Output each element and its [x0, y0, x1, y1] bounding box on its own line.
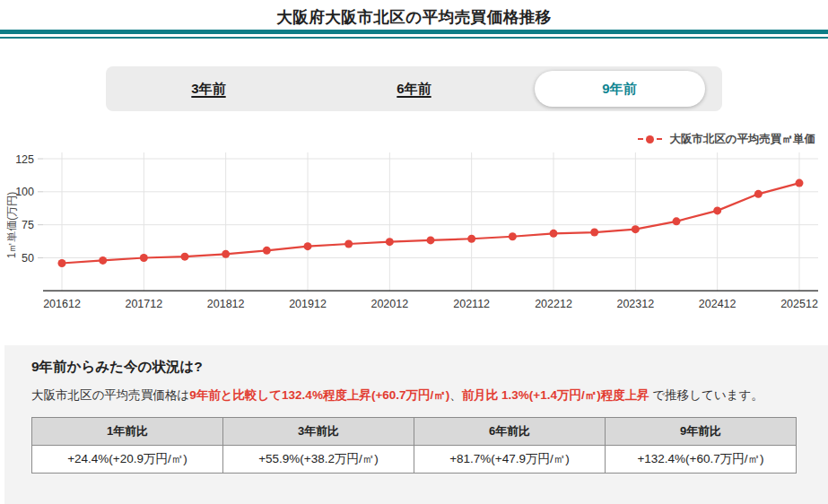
tab-3-years-label: 3年前	[191, 81, 225, 98]
value-9yr: +132.4%(+60.7万円/㎡)	[606, 445, 797, 473]
svg-text:201712: 201712	[125, 298, 162, 310]
comparison-table-value-row: +24.4%(+20.9万円/㎡) +55.9%(+38.2万円/㎡) +81.…	[32, 445, 797, 473]
svg-text:50: 50	[22, 252, 34, 265]
legend-line-dash-left	[638, 138, 643, 141]
comparison-table: 1年前比 3年前比 6年前比 9年前比 +24.4%(+20.9万円/㎡) +5…	[31, 417, 797, 474]
header-9yr: 9年前比	[606, 417, 797, 445]
svg-text:201912: 201912	[289, 298, 327, 310]
svg-text:202112: 202112	[453, 298, 490, 310]
summary-text-prefix: 大阪市北区の平均売買価格は	[31, 388, 189, 402]
tab-3-years[interactable]: 3年前	[106, 66, 311, 111]
comparison-table-header-row: 1年前比 3年前比 6年前比 9年前比	[32, 417, 797, 445]
summary-text-suffix: で推移しています。	[649, 388, 763, 402]
svg-text:201812: 201812	[207, 298, 245, 310]
svg-text:125: 125	[15, 153, 34, 166]
tab-9-years-label: 9年前	[602, 81, 636, 98]
tab-6-years-label: 6年前	[397, 81, 431, 98]
header-1yr: 1年前比	[32, 417, 223, 445]
summary-panel: 9年前からみた今の状況は? 大阪市北区の平均売買価格は9年前と比較して132.4…	[4, 345, 828, 504]
title-divider-thick	[0, 30, 828, 34]
svg-text:202212: 202212	[535, 298, 572, 310]
price-trend-line-chart[interactable]: 5075100125201612201712201812201912202012…	[0, 148, 828, 323]
value-6yr: +81.7%(+47.9万円/㎡)	[414, 445, 606, 473]
title-divider-thin	[0, 37, 828, 39]
page: 大阪府大阪市北区の平均売買価格推移 3年前 6年前 9年前 大阪市北区の平均売買…	[0, 0, 828, 504]
summary-highlight-9yr: 9年前と比較して132.4%程度上昇(+60.7万円/㎡)	[189, 388, 449, 402]
value-1yr: +24.4%(+20.9万円/㎡)	[32, 445, 223, 473]
tab-6-years[interactable]: 6年前	[311, 66, 517, 111]
svg-text:100: 100	[15, 186, 34, 198]
svg-text:202012: 202012	[370, 298, 408, 310]
header-3yr: 3年前比	[223, 417, 414, 445]
chart-canvas: 5075100125201612201712201812201912202012…	[0, 148, 828, 323]
summary-heading: 9年前からみた今の状況は?	[31, 358, 801, 377]
svg-text:1㎡単価(万円): 1㎡単価(万円)	[5, 192, 18, 259]
svg-text:75: 75	[22, 219, 34, 231]
period-tab-bar: 3年前 6年前 9年前	[106, 66, 722, 111]
svg-text:202312: 202312	[616, 298, 654, 310]
header-6yr: 6年前比	[414, 417, 606, 445]
legend-point-icon	[646, 135, 654, 143]
svg-text:201612: 201612	[43, 298, 81, 310]
svg-text:202512: 202512	[780, 298, 818, 310]
tab-9-years[interactable]: 9年前	[517, 66, 722, 111]
summary-separator: 、	[449, 388, 462, 402]
value-3yr: +55.9%(+38.2万円/㎡)	[223, 445, 414, 473]
legend-label: 大阪市北区の平均売買㎡単価	[669, 132, 815, 147]
tab-9-years-selected-pill: 9年前	[535, 71, 705, 107]
page-title: 大阪府大阪市北区の平均売買価格推移	[0, 6, 828, 28]
chart-legend-item[interactable]: 大阪市北区の平均売買㎡単価	[638, 132, 815, 146]
legend-line-dash-right	[657, 138, 662, 141]
summary-text: 大阪市北区の平均売買価格は9年前と比較して132.4%程度上昇(+60.7万円/…	[31, 385, 801, 406]
summary-highlight-monthly: 前月比 1.3%(+1.4万円/㎡)程度上昇	[462, 388, 649, 402]
svg-text:202412: 202412	[699, 298, 736, 310]
